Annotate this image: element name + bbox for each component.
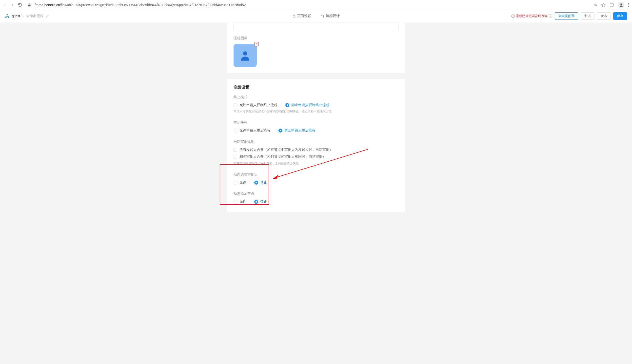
dynamic-node-allow-label: 允许 [239,200,246,204]
star-icon[interactable] [601,3,605,7]
page-icon [292,14,296,18]
terminate-help: 申请人可以在流程流转到任何节点时进行强制终止，终止后将不能继续流转 [234,109,398,114]
dynamic-node-forbid-label: 禁止 [260,200,267,204]
profile-avatar[interactable] [618,2,624,8]
advanced-title: 高级设置 [234,85,398,90]
delete-icon-button[interactable] [254,42,259,46]
share-icon[interactable] [593,3,597,7]
header-tabs: 页面设置 流程设计 [292,14,340,18]
dynamic-approver-forbid-label: 禁止 [260,180,267,185]
breadcrumb-root[interactable]: gjtest [12,14,20,18]
merge-adjacent-checkbox[interactable]: 相邻审批人合并（相邻节点的审批人相同时，自动审批） [234,154,398,159]
input-field[interactable] [234,22,398,31]
basic-card: 流程图标 [227,22,405,73]
svg-point-13 [513,16,513,17]
dynamic-approver-allow-radio[interactable]: 允许 [234,180,246,185]
tab-process-label: 流程设计 [326,14,340,18]
svg-point-14 [243,51,247,56]
merge-initiator-checkbox[interactable]: 所有发起人合并（所有节点中审批人为发起人时，自动审批） [234,148,398,152]
terminate-allow-label: 允许申请人强制终止流程 [239,103,278,107]
terminate-forbid-label: 禁止申请人强制终止流程 [291,103,329,107]
lock-icon [28,3,31,7]
auto-approve-label: 自动审批规则 [234,140,398,144]
dynamic-approver-allow-label: 允许 [239,180,246,185]
app-header: gjtest › 未命名流程 页面设置 流程设计 流程已变更请及时发布 ? 列表… [0,10,632,22]
hierarchy-icon [5,14,10,18]
merge-adjacent-label: 相邻审批人合并（相邻节点的审批人相同时，自动审批） [239,154,326,159]
page-body: 流程图标 高级设置 终止模式 允许申请人强制终止流程 禁止申请人强制终止流程 申… [0,22,632,364]
terminate-radio-group: 允许申请人强制终止流程 禁止申请人强制终止流程 [234,103,398,107]
dynamic-node-forbid-radio[interactable]: 禁止 [254,200,267,204]
header-actions: 流程已变更请及时发布 ? 列表页配置 测试 发布 保存 [511,12,627,20]
svg-rect-10 [323,16,324,17]
breadcrumb-separator: › [23,14,24,18]
restart-allow-label: 允许申请人重启流程 [239,128,271,133]
publish-button[interactable]: 发布 [597,12,611,20]
url-path: /flowable-ui/#/processDesign?id=da336b0c… [60,3,246,7]
svg-rect-9 [321,14,322,15]
svg-rect-3 [7,14,8,15]
svg-point-2 [620,4,622,5]
panel-icon[interactable] [609,3,614,7]
restart-allow-radio[interactable]: 允许申请人重启流程 [234,128,271,133]
dynamic-approver-forbid-radio[interactable]: 禁止 [254,180,267,185]
restart-label: 重启任务 [234,120,398,125]
list-config-button[interactable]: 列表页配置 [555,12,578,20]
help-icon[interactable]: ? [549,14,552,18]
terminate-allow-radio[interactable]: 允许申请人强制终止流程 [234,103,278,107]
merge-initiator-label: 所有发起人合并（所有节点中审批人为发起人时，自动审批） [239,148,333,152]
save-button[interactable]: 保存 [613,12,627,20]
breadcrumb-current: 未命名流程 [26,14,44,18]
browser-toolbar: frame.bctools.cn/flowable-ui/#/processDe… [0,0,632,10]
dynamic-node-label: 动态添加节点 [234,192,398,196]
back-button[interactable] [3,3,7,7]
svg-rect-4 [6,17,7,18]
dynamic-approver-label: 动态选择审批人 [234,172,398,177]
restart-radio-group: 允许申请人重启流程 禁止申请人重启流程 [234,128,398,133]
dynamic-node-allow-radio[interactable]: 允许 [234,200,246,204]
advanced-settings-card: 高级设置 终止模式 允许申请人强制终止流程 禁止申请人强制终止流程 申请人可以在… [227,79,405,212]
auto-approve-help: 若在节点中修改自动审批设置，全局设置将会失效 [234,162,398,166]
breadcrumb: gjtest › 未命名流程 [5,14,49,18]
edit-icon[interactable] [46,14,49,18]
dynamic-approver-radio-group: 允许 禁止 [234,180,398,185]
test-button[interactable]: 测试 [581,12,594,20]
svg-rect-0 [610,4,613,6]
tab-page-label: 页面设置 [297,14,311,18]
menu-dots[interactable] [628,3,629,7]
restart-forbid-radio[interactable]: 禁止申请人重启流程 [278,128,316,133]
status-text: 流程已变更请及时发布 [516,14,548,18]
restart-forbid-label: 禁止申请人重启流程 [284,128,316,133]
address-bar[interactable]: frame.bctools.cn/flowable-ui/#/processDe… [35,3,589,7]
svg-rect-5 [8,17,9,18]
status-warning: 流程已变更请及时发布 ? [511,14,552,18]
terminate-label: 终止模式 [234,95,398,100]
terminate-forbid-radio[interactable]: 禁止申请人强制终止流程 [285,103,329,107]
forward-button[interactable] [10,3,14,7]
process-icon [321,14,324,18]
process-icon-preview[interactable] [234,44,257,67]
tab-process-design[interactable]: 流程设计 [321,14,340,18]
dynamic-node-radio-group: 允许 禁止 [234,200,398,204]
url-domain: frame.bctools.cn [35,3,60,7]
icon-label: 流程图标 [234,36,398,40]
reload-button[interactable] [18,3,22,7]
tab-page-settings[interactable]: 页面设置 [292,14,311,18]
